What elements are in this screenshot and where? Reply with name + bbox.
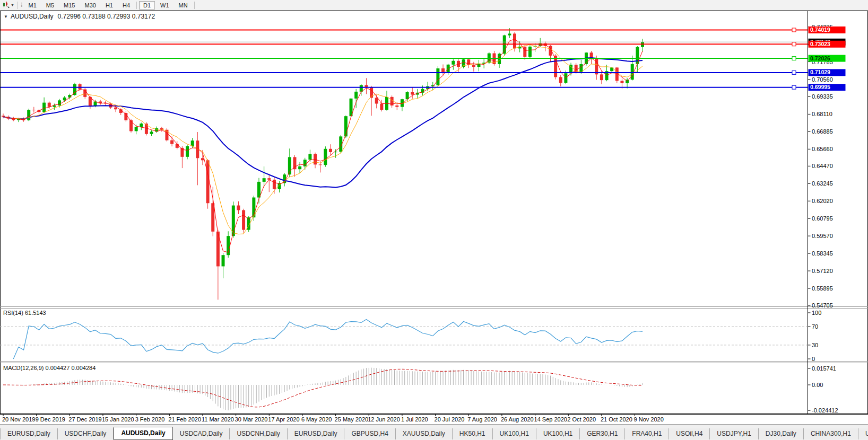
tab-usdjpy-h1[interactable]: USDJPY,H1	[710, 428, 758, 439]
svg-text:30: 30	[812, 342, 818, 348]
price-tick: 0.70560	[812, 76, 833, 83]
svg-text:0.73023: 0.73023	[810, 41, 830, 47]
tab-china300-h1[interactable]: CHINA300,H1	[804, 428, 858, 439]
date-label: 21 Oct 2020	[601, 416, 632, 423]
hline-handle	[792, 28, 796, 32]
chart-window-title: ▼AUDUSD,Daily0.72996 0.73188 0.72993 0.7…	[4, 13, 155, 20]
timeframe-button-m1[interactable]: M1	[24, 1, 41, 10]
tab-usdcad-daily[interactable]: USDCAD,Daily	[173, 428, 230, 439]
date-label: 17 Apr 2020	[268, 416, 299, 423]
svg-text:0.00: 0.00	[812, 382, 823, 388]
tab-hk50-h1[interactable]: HK50,H1	[453, 428, 493, 439]
date-label: 11 Mar 2020	[202, 416, 234, 423]
date-label: 21 Feb 2020	[168, 416, 201, 423]
svg-text:0.71029: 0.71029	[810, 69, 830, 75]
timeframe-button-group: M1M5M15M30H1H4D1W1MN	[24, 1, 196, 10]
price-tick: 0.60795	[812, 215, 833, 222]
price-tick: 0.55895	[812, 285, 833, 292]
price-tick: 0.62020	[812, 198, 833, 204]
candles	[2, 28, 644, 300]
price-tick: 0.69335	[812, 93, 833, 100]
date-label: 9 Nov 2020	[634, 416, 664, 423]
rsi-line	[13, 320, 643, 359]
svg-text:-0.024412: -0.024412	[812, 407, 838, 413]
tab-ger30-h1[interactable]: GER30,H1	[580, 428, 625, 439]
horizontal-lines	[1, 28, 808, 89]
tab-usoil-h4[interactable]: USOil,H4	[669, 428, 710, 439]
price-tick: 0.65660	[812, 146, 833, 152]
tab-xauusd-daily[interactable]: XAUUSD,Daily	[396, 428, 453, 439]
price-tick: 0.64470	[812, 163, 833, 169]
tab-eurusd-daily[interactable]: EURUSD,Daily	[0, 428, 58, 439]
slow-ma	[3, 58, 643, 187]
timeframe-button-mn[interactable]: MN	[175, 1, 192, 10]
chart-tool-icon[interactable]	[2, 2, 10, 9]
price-tick: 0.58345	[812, 250, 833, 257]
date-label: 25 May 2020	[335, 416, 369, 423]
chart-frame	[1, 11, 868, 414]
tab-dj30-daily[interactable]: DJ30,Daily	[759, 428, 804, 439]
svg-text:70: 70	[812, 323, 818, 330]
date-label: 26 Aug 2020	[501, 416, 534, 423]
date-label: 20 Jul 2020	[435, 416, 465, 423]
date-label: 27 Dec 2019	[68, 416, 101, 423]
hline-handle	[792, 71, 796, 74]
price-tick: 0.68110	[812, 111, 832, 117]
tab-audusd-daily[interactable]: AUDUSD,Daily	[114, 427, 172, 440]
hline-handle	[792, 42, 796, 46]
toolbar-grip[interactable]: ⁞⁞	[21, 2, 22, 8]
collapse-triangle-icon[interactable]: ▼	[4, 14, 8, 19]
macd-signal-line	[3, 369, 643, 407]
dropdown-arrow-icon[interactable]: ▼	[11, 3, 14, 7]
svg-text:0.72026: 0.72026	[810, 55, 830, 61]
tab-uk100-h1[interactable]: UK100,H1	[493, 428, 536, 439]
macd-histogram	[3, 368, 643, 410]
chart-ohlc-values: 0.72996 0.73188 0.72993 0.73172	[58, 13, 155, 20]
tab-eurusd-daily[interactable]: EURUSD,Daily	[288, 428, 345, 439]
svg-text:0.74019: 0.74019	[810, 27, 830, 33]
svg-text:0: 0	[812, 356, 815, 362]
hline-handle	[792, 85, 796, 89]
date-label: 15 Jan 2020	[102, 416, 134, 423]
top-toolbar: ▼ ⁞⁞ M1M5M15M30H1H4D1W1MN	[0, 0, 868, 11]
timeframe-button-m5[interactable]: M5	[42, 1, 58, 10]
date-label: 3 Feb 2020	[135, 416, 165, 423]
fast-ma	[3, 39, 643, 252]
price-tick: 0.63245	[812, 180, 833, 187]
toolbar-separator	[136, 2, 137, 9]
timeframe-button-h4[interactable]: H4	[118, 1, 134, 10]
toolbar-separator	[18, 2, 18, 9]
chart-symbol-label: AUDUSD,Daily	[11, 13, 54, 20]
toolbar-separator	[194, 2, 195, 9]
svg-text:0.69995: 0.69995	[810, 84, 830, 90]
price-tick: 0.54705	[812, 302, 833, 309]
tab-usdcnh-daily[interactable]: USDCNH,Daily	[230, 428, 287, 439]
chart-tab-bar: EURUSD,DailyUSDCHF,DailyAUDUSD,DailyUSDC…	[0, 424, 868, 440]
date-axis: 20 Nov 20199 Dec 201927 Dec 201915 Jan 2…	[2, 414, 664, 423]
price-tick: 0.57120	[812, 268, 833, 274]
rsi-indicator-label: RSI(14) 61.5143	[3, 310, 46, 316]
tab-uk100-h1[interactable]: UK100,H1	[536, 428, 580, 439]
timeframe-button-m15[interactable]: M15	[59, 1, 79, 10]
timeframe-button-h1[interactable]: H1	[101, 1, 117, 10]
tab-gbpusd-h4[interactable]: GBPUSD,H4	[344, 428, 395, 439]
timeframe-button-m30[interactable]: M30	[80, 1, 100, 10]
timeframe-button-w1[interactable]: W1	[156, 1, 173, 10]
tab-fra40-h1[interactable]: FRA40,H1	[625, 428, 669, 439]
date-label: 30 Mar 2020	[235, 416, 268, 423]
date-label: 1 Jul 2020	[401, 416, 428, 423]
price-tick: 0.66885	[812, 128, 833, 135]
date-label: 20 Nov 2019	[2, 416, 35, 423]
date-label: 9 Dec 2019	[36, 416, 65, 423]
price-tick: 0.59570	[812, 233, 833, 239]
date-label: 2 Oct 2020	[567, 416, 596, 423]
date-label: 6 May 2020	[301, 416, 332, 423]
timeframe-button-d1[interactable]: D1	[139, 1, 155, 10]
date-label: 7 Aug 2020	[467, 416, 497, 423]
price-chart-canvas[interactable]: 0.742350.730100.717850.705600.693350.681…	[0, 0, 868, 424]
tab-usoil-h1[interactable]: USOil,H1	[858, 428, 868, 439]
tab-usdchf-daily[interactable]: USDCHF,Daily	[58, 428, 114, 439]
svg-text:100: 100	[812, 310, 821, 316]
macd-indicator-label: MACD(12,26,9) 0.004427 0.004284	[3, 365, 96, 371]
date-label: 14 Sep 2020	[534, 416, 567, 423]
